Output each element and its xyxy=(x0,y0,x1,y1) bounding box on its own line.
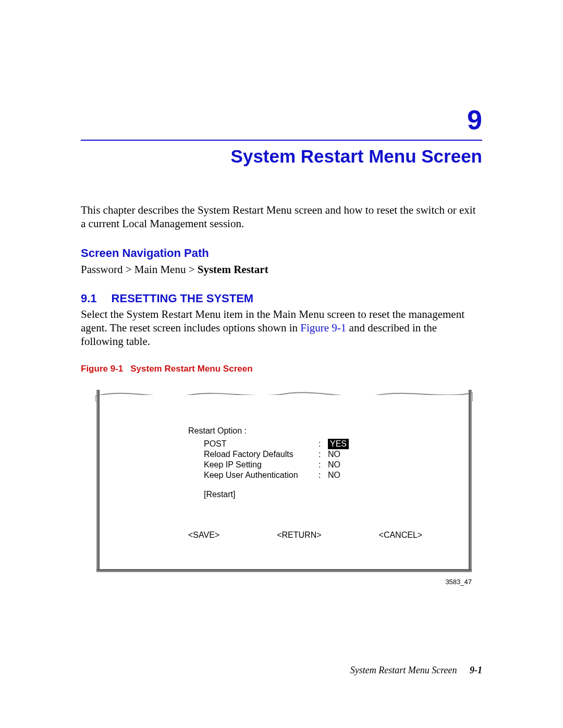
option-value-keepip[interactable]: NO xyxy=(328,460,340,470)
option-row-keepauth: Keep User Authentication : NO xyxy=(204,470,448,480)
option-value-post[interactable]: YES xyxy=(328,439,349,449)
option-row-post: POST : YES xyxy=(204,439,448,449)
section-number: 9.1 xyxy=(81,292,97,305)
nav-path: Password > Main Menu > System Restart xyxy=(81,263,482,276)
figure-border-bottom xyxy=(96,569,472,572)
restart-button[interactable]: [Restart] xyxy=(204,490,448,499)
document-page: 9 System Restart Menu Screen This chapte… xyxy=(0,0,563,728)
option-row-keepip: Keep IP Setting : NO xyxy=(204,460,448,470)
return-command[interactable]: <RETURN> xyxy=(277,530,321,540)
option-colon: : xyxy=(319,470,328,480)
option-label: POST xyxy=(204,439,319,449)
option-value-reload[interactable]: NO xyxy=(328,449,340,460)
option-row-reload: Reload Factory Defaults : NO xyxy=(204,449,448,460)
section-heading: 9.1RESETTING THE SYSTEM xyxy=(81,292,482,305)
options-table: POST : YES Reload Factory Defaults : NO … xyxy=(204,439,448,480)
option-label: Keep User Authentication xyxy=(204,470,319,480)
footer-page-number: 9-1 xyxy=(470,665,482,675)
figure-id-label: 3583_47 xyxy=(445,578,472,586)
chapter-title: System Restart Menu Screen xyxy=(81,146,482,167)
figure-border-right xyxy=(469,390,472,572)
option-value-keepauth[interactable]: NO xyxy=(328,470,340,480)
nav-path-heading: Screen Navigation Path xyxy=(81,246,482,260)
command-row: <SAVE> <RETURN> <CANCEL> xyxy=(188,530,448,540)
footer-title: System Restart Menu Screen xyxy=(350,665,457,675)
section-title: RESETTING THE SYSTEM xyxy=(112,292,254,305)
chapter-number: 9 xyxy=(81,104,482,135)
figure-screen: Restart Option : POST : YES Reload Facto… xyxy=(100,395,469,569)
option-colon: : xyxy=(319,449,328,460)
title-rule xyxy=(81,140,482,141)
figure-reference-link[interactable]: Figure 9-1 xyxy=(300,322,346,334)
figure-container: Restart Option : POST : YES Reload Facto… xyxy=(96,390,472,572)
nav-path-current: System Restart xyxy=(198,263,268,276)
section-paragraph: Select the System Restart Menu item in t… xyxy=(81,307,482,349)
option-colon: : xyxy=(319,460,328,470)
figure-caption-title: System Restart Menu Screen xyxy=(130,364,252,374)
option-colon: : xyxy=(319,439,328,449)
restart-option-label: Restart Option : xyxy=(188,426,448,436)
page-footer: System Restart Menu Screen 9-1 xyxy=(350,665,482,676)
figure-caption: Figure 9-1System Restart Menu Screen xyxy=(81,364,482,374)
figure-caption-number: Figure 9-1 xyxy=(81,364,123,374)
option-label: Keep IP Setting xyxy=(204,460,319,470)
cancel-command[interactable]: <CANCEL> xyxy=(379,530,423,540)
save-command[interactable]: <SAVE> xyxy=(188,530,219,540)
nav-path-prefix: Password > Main Menu > xyxy=(81,263,198,276)
intro-paragraph: This chapter describes the System Restar… xyxy=(81,203,482,231)
option-label: Reload Factory Defaults xyxy=(204,449,319,460)
